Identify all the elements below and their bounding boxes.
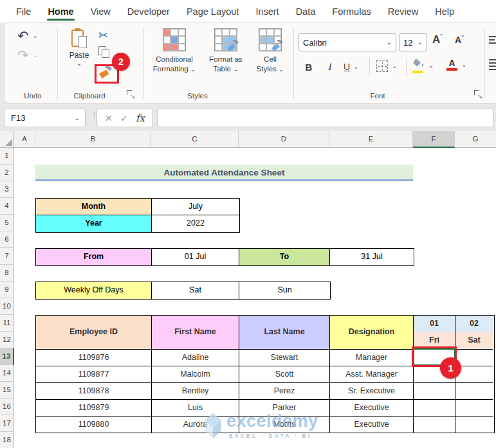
- cell-day1[interactable]: [414, 382, 455, 399]
- cut-button[interactable]: ✂: [98, 30, 108, 41]
- to-value-cell[interactable]: 31 Jul: [330, 249, 414, 265]
- header-first-name[interactable]: First Name: [152, 316, 239, 349]
- row-header-5[interactable]: 5: [0, 215, 14, 231]
- font-name-select[interactable]: Calibri ⌄: [299, 33, 396, 51]
- from-label-cell[interactable]: From: [36, 249, 152, 265]
- row-header-13-selected[interactable]: 13: [0, 348, 14, 365]
- to-label-cell[interactable]: To: [239, 249, 330, 265]
- weekly-off-label-cell[interactable]: Weekly Off Days: [36, 282, 152, 299]
- menu-formulas[interactable]: Formulas: [325, 3, 378, 21]
- column-header-g[interactable]: G: [455, 131, 496, 148]
- header-day-number-01[interactable]: 01: [414, 316, 455, 332]
- cell-employee-id[interactable]: 1109876: [36, 349, 152, 366]
- header-designation[interactable]: Designation: [330, 316, 414, 349]
- underline-button[interactable]: U ⌄: [344, 59, 359, 75]
- cell-day2[interactable]: [455, 349, 493, 366]
- copy-button[interactable]: [98, 46, 110, 58]
- paste-button[interactable]: Paste ⌄: [65, 29, 93, 66]
- redo-button[interactable]: ↷ ⌄: [17, 49, 38, 62]
- cell-first-name[interactable]: Malcolm: [152, 366, 239, 382]
- row-header-11[interactable]: 11: [0, 315, 14, 332]
- cell-designation[interactable]: Asst. Manager: [330, 366, 414, 382]
- row-header-18[interactable]: 18: [0, 432, 14, 448]
- chevron-down-icon[interactable]: ⌄: [353, 65, 358, 69]
- cell-first-name[interactable]: Adaline: [152, 349, 239, 366]
- insert-function-icon[interactable]: fx: [136, 112, 145, 124]
- formula-input[interactable]: [157, 109, 494, 127]
- cell-day1[interactable]: [414, 416, 455, 433]
- column-header-b[interactable]: B: [35, 131, 151, 148]
- menu-insert[interactable]: Insert: [248, 3, 286, 21]
- cell-employee-id[interactable]: 1109880: [36, 416, 152, 433]
- chevron-down-icon[interactable]: ⌄: [33, 34, 38, 38]
- row-header-8[interactable]: 8: [0, 265, 14, 282]
- cell-last-name[interactable]: Perez: [239, 382, 330, 399]
- format-as-table-button[interactable]: Format as Table ⌄: [203, 28, 249, 74]
- year-label-cell[interactable]: Year: [36, 215, 152, 232]
- chevron-down-icon[interactable]: ⌄: [65, 62, 93, 66]
- cell-day2[interactable]: [455, 382, 493, 399]
- row-header-15[interactable]: 15: [0, 382, 14, 399]
- row-header-6[interactable]: 6: [0, 231, 14, 248]
- chevron-down-icon[interactable]: ⌄: [461, 63, 466, 67]
- column-header-e[interactable]: E: [329, 131, 413, 148]
- decrease-font-size-button[interactable]: Aˇ: [455, 35, 463, 45]
- name-box[interactable]: F13 ⌄: [4, 109, 86, 127]
- chevron-down-icon[interactable]: ⌄: [428, 64, 434, 67]
- row-header-17[interactable]: 17: [0, 415, 14, 432]
- column-header-c[interactable]: C: [151, 131, 239, 148]
- header-employee-id[interactable]: Employee ID: [36, 316, 152, 349]
- row-header-2[interactable]: 2: [0, 165, 14, 181]
- font-color-button[interactable]: A ⌄: [446, 58, 466, 71]
- increase-font-size-button[interactable]: Aˆ: [432, 33, 443, 46]
- month-value-cell[interactable]: July: [152, 199, 239, 215]
- menu-developer[interactable]: Developer: [120, 3, 177, 21]
- sheet-title[interactable]: Automated Attendance Sheet: [35, 165, 413, 181]
- month-label-cell[interactable]: Month: [36, 199, 152, 215]
- row-header-4[interactable]: 4: [0, 198, 14, 215]
- clipboard-dialog-launcher[interactable]: [127, 90, 134, 98]
- cell-designation[interactable]: Manager: [330, 349, 414, 366]
- row-header-7[interactable]: 7: [0, 248, 14, 265]
- header-day-number-02[interactable]: 02: [455, 316, 493, 332]
- cell-designation[interactable]: Executive: [330, 416, 414, 433]
- menu-data[interactable]: Data: [289, 3, 323, 21]
- menu-page-layout[interactable]: Page Layout: [179, 3, 246, 21]
- cell-first-name[interactable]: Bentley: [152, 382, 239, 399]
- cell-employee-id[interactable]: 1109878: [36, 382, 152, 399]
- chevron-down-icon[interactable]: ⌄: [75, 116, 80, 120]
- menu-file[interactable]: File: [9, 3, 38, 21]
- cell-last-name[interactable]: Morris: [239, 416, 330, 433]
- cell-last-name[interactable]: Parker: [239, 399, 330, 416]
- menu-home[interactable]: Home: [41, 3, 80, 21]
- column-header-d[interactable]: D: [239, 131, 329, 148]
- conditional-formatting-button[interactable]: Conditional Formatting ⌄: [150, 28, 199, 74]
- undo-button[interactable]: ↶ ⌄: [17, 30, 38, 42]
- row-header-10[interactable]: 10: [0, 298, 14, 315]
- cancel-icon[interactable]: ✕: [105, 113, 113, 123]
- column-header-a[interactable]: A: [14, 131, 35, 148]
- cell-day1[interactable]: [414, 399, 455, 416]
- cell-styles-button[interactable]: Cell Styles ⌄: [250, 28, 290, 74]
- row-header-16[interactable]: 16: [0, 399, 14, 415]
- enter-icon[interactable]: ✓: [120, 113, 128, 123]
- chevron-down-icon[interactable]: ⌄: [392, 64, 397, 68]
- select-all-button[interactable]: [0, 131, 14, 148]
- row-header-9[interactable]: 9: [0, 282, 14, 298]
- cell-employee-id[interactable]: 1109877: [36, 366, 152, 382]
- cell-first-name[interactable]: Aurora: [152, 416, 239, 433]
- font-size-select[interactable]: 12 ⌄: [399, 33, 427, 51]
- cell-first-name[interactable]: Luis: [152, 399, 239, 416]
- bold-button[interactable]: B: [302, 59, 315, 75]
- cell-employee-id[interactable]: 1109879: [36, 399, 152, 416]
- align-top-icon[interactable]: [489, 36, 496, 44]
- header-last-name[interactable]: Last Name: [239, 316, 330, 349]
- row-header-12[interactable]: 12: [0, 332, 14, 348]
- align-text-icon[interactable]: [489, 59, 496, 70]
- menu-help[interactable]: Help: [428, 3, 461, 21]
- splitter-handle[interactable]: ⋮: [90, 113, 93, 123]
- cell-last-name[interactable]: Stewart: [239, 349, 330, 366]
- fill-color-button[interactable]: ⌄: [412, 58, 434, 73]
- from-value-cell[interactable]: 01 Jul: [152, 249, 239, 265]
- borders-button[interactable]: ⌄: [376, 60, 397, 72]
